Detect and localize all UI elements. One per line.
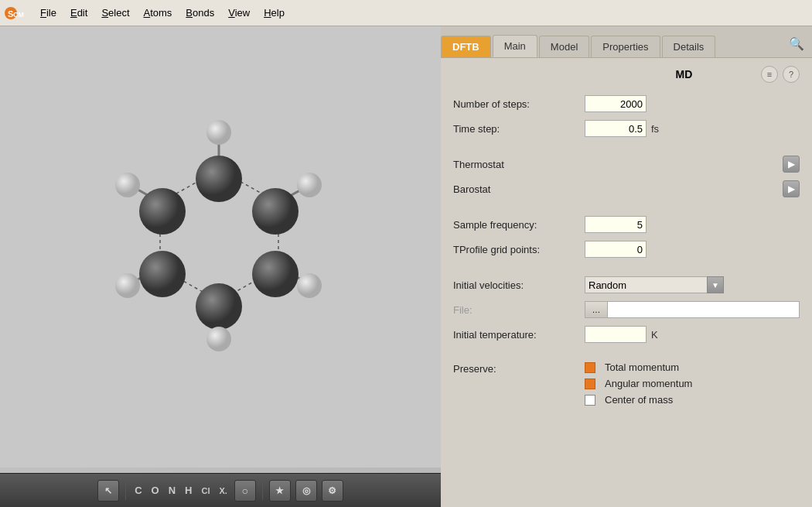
svg-point-27 bbox=[115, 173, 140, 197]
file-row: File: … bbox=[453, 301, 800, 318]
help-icon-btn[interactable]: ? bbox=[783, 66, 800, 83]
initial-velocities-label: Initial velocities: bbox=[453, 279, 585, 291]
initial-velocities-select[interactable]: Random Zero FromFile bbox=[585, 276, 724, 293]
molecule-viewer bbox=[0, 26, 441, 473]
number-of-steps-label: Number of steps: bbox=[453, 98, 585, 110]
tprofile-grid-label: TProfile grid points: bbox=[453, 244, 585, 255]
tab-details[interactable]: Details bbox=[662, 36, 716, 57]
gap-3 bbox=[453, 265, 800, 276]
oxygen-tool-button[interactable]: O bbox=[149, 485, 162, 496]
tab-right-icons: 🔍 bbox=[781, 29, 812, 57]
tab-main[interactable]: Main bbox=[493, 35, 537, 57]
angular-momentum-checkbox[interactable] bbox=[585, 379, 595, 389]
barostat-label: Barostat bbox=[453, 183, 783, 195]
carbon-tool-button[interactable]: C bbox=[132, 485, 144, 496]
ring-tool-button[interactable]: ○ bbox=[234, 480, 256, 502]
initial-velocities-row: Initial velocities: Random Zero FromFile… bbox=[453, 276, 800, 293]
sample-frequency-label: Sample frequency: bbox=[453, 219, 585, 231]
toolbar-separator-1 bbox=[125, 481, 126, 500]
favorite-tool-button[interactable]: ★ bbox=[269, 480, 291, 502]
time-step-input[interactable] bbox=[585, 120, 647, 137]
tab-bar: DFTB Main Model Properties Details 🔍 bbox=[441, 26, 812, 58]
tprofile-grid-row: TProfile grid points: bbox=[453, 241, 800, 258]
svg-point-16 bbox=[196, 156, 242, 202]
preserve-label: Preserve: bbox=[453, 361, 585, 375]
preserve-center-of-mass-item: Center of mass bbox=[585, 394, 692, 406]
time-step-row: Time step: fs bbox=[453, 120, 800, 137]
time-step-unit: fs bbox=[651, 123, 659, 135]
initial-temperature-input[interactable] bbox=[585, 326, 647, 343]
bottom-toolbar: ↖ C O N H Cl X. ○ ★ ◎ ⚙ bbox=[0, 473, 441, 507]
search-icon[interactable]: 🔍 bbox=[786, 33, 807, 54]
menu-file[interactable]: File bbox=[34, 4, 63, 22]
number-of-steps-row: Number of steps: bbox=[453, 95, 800, 112]
menu-select[interactable]: Select bbox=[95, 4, 135, 22]
md-header: MD ≡ ? bbox=[453, 66, 800, 83]
thermostat-expand-arrow[interactable]: ▶ bbox=[783, 156, 800, 173]
lasso-tool-button[interactable]: ◎ bbox=[295, 480, 317, 502]
svg-point-21 bbox=[139, 188, 186, 235]
menu-atoms[interactable]: Atoms bbox=[138, 4, 179, 22]
svg-point-25 bbox=[206, 327, 231, 351]
scm-logo-icon: S CM bbox=[5, 5, 26, 22]
file-label: File: bbox=[453, 304, 585, 316]
settings-tool-button[interactable]: ⚙ bbox=[322, 480, 343, 502]
initial-temperature-label: Initial temperature: bbox=[453, 329, 585, 341]
sample-frequency-input[interactable] bbox=[585, 216, 647, 233]
initial-temperature-unit: K bbox=[651, 329, 658, 341]
hydrogen-tool-button[interactable]: H bbox=[183, 485, 194, 496]
svg-point-23 bbox=[297, 173, 322, 197]
svg-point-19 bbox=[196, 283, 242, 330]
preserve-total-momentum-item: Total momentum bbox=[585, 361, 692, 373]
scm-logo: S CM bbox=[5, 5, 26, 22]
center-of-mass-checkbox[interactable] bbox=[585, 395, 595, 406]
chlorine-tool-button[interactable]: Cl bbox=[199, 486, 212, 495]
left-panel: ↖ C O N H Cl X. ○ ★ ◎ ⚙ bbox=[0, 26, 441, 507]
other-atom-tool-button[interactable]: X. bbox=[217, 486, 229, 495]
total-momentum-label: Total momentum bbox=[605, 361, 679, 373]
thermostat-row[interactable]: Thermostat ▶ bbox=[453, 156, 800, 173]
center-of-mass-label: Center of mass bbox=[605, 394, 673, 406]
preserve-checks: Total momentum Angular momentum Center o… bbox=[585, 361, 692, 406]
svg-point-18 bbox=[252, 251, 299, 297]
md-icons: ≡ ? bbox=[761, 66, 800, 83]
menu-bar: S CM File Edit Select Atoms Bonds View H… bbox=[0, 0, 812, 26]
menu-view[interactable]: View bbox=[222, 4, 256, 22]
content-area: MD ≡ ? Number of steps: Time step: bbox=[441, 58, 812, 507]
toolbar-separator-2 bbox=[262, 481, 263, 500]
tab-dftb[interactable]: DFTB bbox=[441, 36, 491, 57]
menu-bonds[interactable]: Bonds bbox=[179, 4, 220, 22]
md-title: MD bbox=[607, 68, 761, 81]
file-browse-button[interactable]: … bbox=[585, 301, 608, 318]
barostat-row[interactable]: Barostat ▶ bbox=[453, 180, 800, 197]
svg-point-20 bbox=[139, 251, 186, 297]
time-step-label: Time step: bbox=[453, 123, 585, 135]
gap-4 bbox=[453, 351, 800, 361]
total-momentum-checkbox[interactable] bbox=[585, 362, 595, 373]
preserve-row: Preserve: Total momentum Angular momentu… bbox=[453, 361, 800, 406]
nitrogen-tool-button[interactable]: N bbox=[166, 485, 178, 496]
svg-point-22 bbox=[206, 120, 231, 145]
gap-1 bbox=[453, 145, 800, 156]
svg-point-24 bbox=[297, 273, 322, 298]
svg-point-26 bbox=[115, 273, 140, 298]
file-path-input[interactable] bbox=[608, 301, 800, 318]
right-panel: DFTB Main Model Properties Details 🔍 bbox=[441, 26, 812, 507]
barostat-expand-arrow[interactable]: ▶ bbox=[783, 180, 800, 197]
preserve-angular-momentum-item: Angular momentum bbox=[585, 378, 692, 389]
molecule-svg bbox=[0, 26, 441, 468]
main-layout: ↖ C O N H Cl X. ○ ★ ◎ ⚙ DFTB Main Model bbox=[0, 26, 812, 507]
angular-momentum-label: Angular momentum bbox=[605, 378, 692, 389]
menu-icon-btn[interactable]: ≡ bbox=[761, 66, 778, 83]
menu-edit[interactable]: Edit bbox=[64, 4, 94, 22]
tab-properties[interactable]: Properties bbox=[591, 36, 660, 57]
svg-text:CM: CM bbox=[13, 11, 24, 19]
thermostat-label: Thermostat bbox=[453, 159, 783, 170]
tprofile-grid-input[interactable] bbox=[585, 241, 647, 258]
svg-point-17 bbox=[252, 188, 299, 235]
initial-temperature-row: Initial temperature: K bbox=[453, 326, 800, 343]
tab-model[interactable]: Model bbox=[539, 36, 589, 57]
number-of-steps-input[interactable] bbox=[585, 95, 647, 112]
menu-help[interactable]: Help bbox=[258, 4, 291, 22]
cursor-tool-button[interactable]: ↖ bbox=[97, 480, 119, 502]
